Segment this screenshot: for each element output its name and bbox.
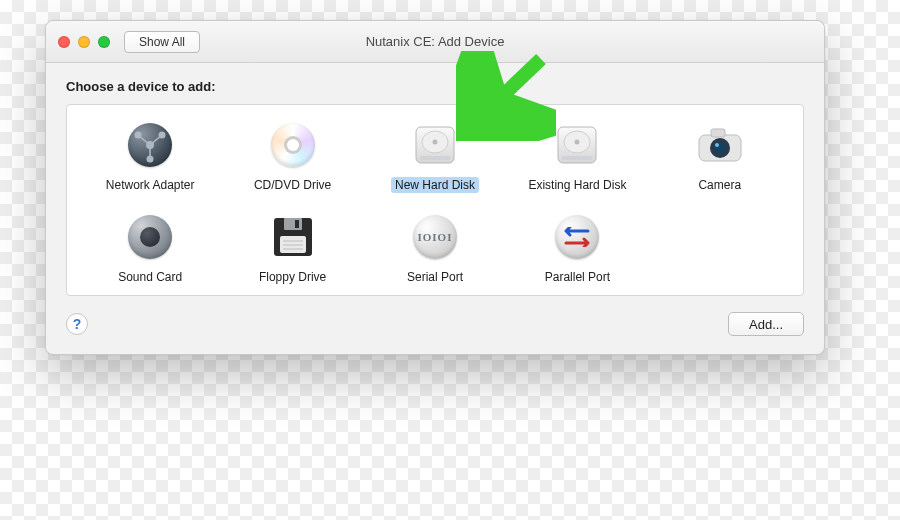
minimize-icon[interactable] [78, 36, 90, 48]
device-grid: Network AdapterCD/DVD DriveNew Hard Disk… [83, 119, 787, 285]
show-all-label: Show All [139, 35, 185, 49]
hard-disk-icon [409, 119, 461, 171]
svg-rect-10 [420, 156, 450, 160]
device-label: Sound Card [114, 269, 186, 285]
camera-icon [694, 119, 746, 171]
svg-rect-22 [295, 220, 299, 228]
add-button-label: Add... [749, 317, 783, 332]
device-label: Parallel Port [541, 269, 614, 285]
traffic-lights [58, 36, 110, 48]
svg-point-13 [575, 140, 580, 145]
cd-drive-icon [267, 119, 319, 171]
prompt-label: Choose a device to add: [66, 79, 804, 94]
svg-point-19 [715, 143, 719, 147]
svg-rect-21 [284, 218, 302, 230]
device-new-hard-disk[interactable]: New Hard Disk [368, 119, 502, 193]
device-floppy-drive[interactable]: Floppy Drive [225, 211, 359, 285]
content-area: Choose a device to add: Network AdapterC… [46, 63, 824, 354]
device-picker: Network AdapterCD/DVD DriveNew Hard Disk… [66, 104, 804, 296]
device-label: Floppy Drive [255, 269, 330, 285]
network-adapter-icon [124, 119, 176, 171]
add-button[interactable]: Add... [728, 312, 804, 336]
close-icon[interactable] [58, 36, 70, 48]
svg-point-9 [432, 140, 437, 145]
show-all-button[interactable]: Show All [124, 31, 200, 53]
device-network-adapter[interactable]: Network Adapter [83, 119, 217, 193]
zoom-icon[interactable] [98, 36, 110, 48]
help-icon: ? [73, 316, 82, 332]
hard-disk-icon [551, 119, 603, 171]
device-parallel-port[interactable]: Parallel Port [510, 211, 644, 285]
dialog-window: Show All Nutanix CE: Add Device Choose a… [45, 20, 825, 355]
footer: ? Add... [66, 312, 804, 336]
device-label: CD/DVD Drive [250, 177, 335, 193]
device-label: Camera [694, 177, 745, 193]
device-existing-hard-disk[interactable]: Existing Hard Disk [510, 119, 644, 193]
device-serial-port[interactable]: IOIOISerial Port [368, 211, 502, 285]
serial-port-icon: IOIOI [409, 211, 461, 263]
floppy-icon [267, 211, 319, 263]
device-label: Existing Hard Disk [524, 177, 630, 193]
speaker-icon [124, 211, 176, 263]
help-button[interactable]: ? [66, 313, 88, 335]
svg-line-5 [150, 135, 162, 145]
svg-line-4 [138, 135, 150, 145]
svg-rect-16 [711, 129, 725, 137]
device-label: Serial Port [403, 269, 467, 285]
device-sound-card[interactable]: Sound Card [83, 211, 217, 285]
device-label: New Hard Disk [391, 177, 479, 193]
svg-rect-14 [562, 156, 592, 160]
device-camera[interactable]: Camera [653, 119, 787, 193]
parallel-port-icon [551, 211, 603, 263]
device-cddvd-drive[interactable]: CD/DVD Drive [225, 119, 359, 193]
titlebar: Show All Nutanix CE: Add Device [46, 21, 824, 63]
device-label: Network Adapter [102, 177, 199, 193]
